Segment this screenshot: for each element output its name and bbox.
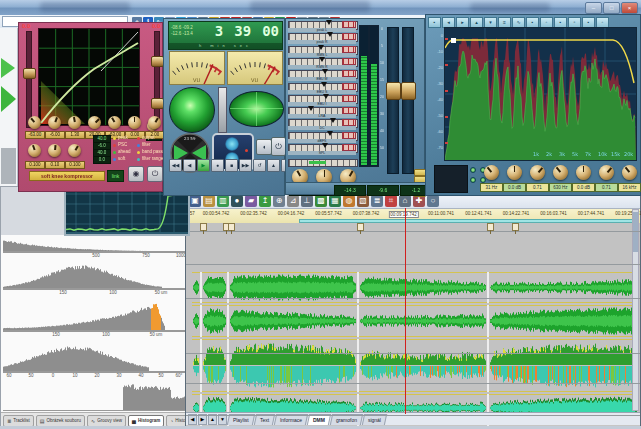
- option-toggle[interactable]: soft: [113, 156, 125, 162]
- fader-right[interactable]: [402, 27, 414, 174]
- fader-left[interactable]: [387, 27, 399, 174]
- eq-knob[interactable]: [576, 165, 591, 180]
- eq-knob[interactable]: [530, 165, 545, 180]
- knob-pointer: [74, 145, 78, 150]
- compressor-knob[interactable]: [108, 116, 121, 129]
- power-button[interactable]: ⏻: [147, 166, 163, 182]
- home-icon[interactable]: ⌂: [399, 195, 411, 207]
- playhead-cursor[interactable]: [405, 208, 406, 414]
- option-led: [137, 137, 140, 140]
- image-icon[interactable]: ▦: [329, 195, 341, 207]
- status-led: [470, 167, 476, 173]
- option-toggle[interactable]: filter: [137, 142, 151, 148]
- transport-button[interactable]: ▶: [197, 159, 210, 172]
- trim-icon[interactable]: ⊥: [301, 195, 313, 207]
- fader-handle[interactable]: [386, 82, 401, 100]
- option-led: [137, 158, 140, 161]
- tab-label: Informace: [280, 415, 302, 425]
- sphere-icon[interactable]: ◍: [343, 195, 355, 207]
- compressor-knob[interactable]: [68, 116, 81, 129]
- power-button[interactable]: ⏻: [271, 137, 286, 156]
- eq-knob[interactable]: [553, 165, 568, 180]
- status-tab-obr-zek-souboru[interactable]: ▤Obrázek souboru: [36, 415, 85, 427]
- status-tab-histogram[interactable]: ▅Histogram: [128, 415, 164, 427]
- option-toggle[interactable]: filter range: [137, 156, 163, 162]
- monitor-icon[interactable]: ▩: [315, 195, 327, 207]
- option-toggle[interactable]: band pass: [137, 149, 163, 155]
- eq-toolbar-button[interactable]: ▪: [428, 17, 441, 28]
- compressor-knob[interactable]: [68, 144, 81, 157]
- compressor-knob[interactable]: [28, 116, 41, 129]
- transport-button[interactable]: ↺: [253, 159, 266, 172]
- eq-knob[interactable]: [484, 165, 499, 180]
- compressor-knob[interactable]: [128, 116, 141, 129]
- lcd-readout: 0.0: [93, 156, 111, 164]
- monitor-button[interactable]: ◖: [256, 139, 272, 155]
- film-icon[interactable]: ▧: [357, 195, 369, 207]
- window-maximize-button[interactable]: □: [603, 2, 620, 14]
- timeline-marker-flag[interactable]: [200, 223, 207, 231]
- status-tab-groovy-view[interactable]: ∿Groovy view: [87, 415, 126, 427]
- node-icon[interactable]: ⊕: [273, 195, 285, 207]
- compressor-knob[interactable]: [28, 144, 41, 157]
- transport-button[interactable]: ▶▶: [239, 159, 252, 172]
- compressor-knob[interactable]: [88, 116, 101, 129]
- compressor-knob[interactable]: [48, 144, 61, 157]
- link-button[interactable]: link: [107, 170, 124, 182]
- eq-knob[interactable]: [599, 165, 614, 180]
- transport-button[interactable]: ◀: [183, 159, 196, 172]
- timeline-marker-flag[interactable]: [512, 223, 519, 231]
- slider-handle[interactable]: [23, 68, 36, 79]
- option-toggle[interactable]: PSC: [113, 142, 127, 148]
- vertical-scrollbar[interactable]: [632, 209, 639, 411]
- gray-panel-fragment: [1, 148, 16, 184]
- option-toggle[interactable]: ahead: [113, 149, 131, 155]
- window-close-button[interactable]: ×: [621, 2, 638, 14]
- window-minimize-button[interactable]: –: [585, 2, 602, 14]
- screen-icon[interactable]: ▥: [217, 195, 229, 207]
- meter-row: RMS R: [288, 58, 356, 69]
- meter-red-zone: [342, 119, 356, 126]
- eq-knob[interactable]: [622, 165, 637, 180]
- transport-button[interactable]: ■: [225, 159, 238, 172]
- track-area[interactable]: [186, 223, 640, 415]
- tab-icon: ▅: [132, 416, 136, 426]
- timeline-marker-flag[interactable]: [357, 223, 364, 231]
- save-icon[interactable]: ▣: [189, 195, 201, 207]
- mixer-icon[interactable]: ⌗: [385, 195, 397, 207]
- transport-button[interactable]: ●: [211, 159, 224, 172]
- snapshot-button[interactable]: ◉: [128, 166, 144, 182]
- timeline-marker-flag[interactable]: [487, 223, 494, 231]
- chart-icon[interactable]: ▰: [245, 195, 257, 207]
- audio-track-waveform-3[interactable]: [192, 339, 638, 392]
- timeline-marker-flag[interactable]: [228, 223, 235, 231]
- axis-line: [3, 372, 189, 373]
- transport-button[interactable]: ▲: [267, 159, 280, 172]
- compressor-knob[interactable]: [148, 116, 161, 129]
- meter-row: EBU I: [288, 95, 356, 106]
- scope-blob: [225, 137, 239, 151]
- option-toggle[interactable]: output: [137, 135, 155, 141]
- folder-icon[interactable]: ▤: [203, 195, 215, 207]
- option-toggle[interactable]: peak: [113, 135, 128, 141]
- audio-track-waveform-2[interactable]: [192, 305, 638, 337]
- circle-icon[interactable]: ○: [427, 195, 439, 207]
- meter-label: LRA: [288, 114, 356, 118]
- compressor-knob[interactable]: [48, 116, 61, 129]
- fader-handle[interactable]: [401, 82, 416, 100]
- transport-button[interactable]: ◀◀: [169, 159, 182, 172]
- meter-row: dBFS: [288, 132, 356, 143]
- output-level-slider[interactable]: [154, 31, 160, 123]
- docs-icon[interactable]: ≣: [371, 195, 383, 207]
- track-separator: [186, 353, 640, 354]
- input-level-slider[interactable]: [26, 31, 32, 128]
- status-tab-tracklist[interactable]: ≣Tracklist: [3, 415, 34, 427]
- rise-icon[interactable]: ↥: [259, 195, 271, 207]
- meter-pointer: [318, 45, 324, 53]
- meter-pointer: [322, 69, 328, 77]
- fade-icon[interactable]: ⊿: [287, 195, 299, 207]
- preset-name-bar[interactable]: soft knee kompressor: [29, 171, 105, 181]
- tab-label: Histogram: [138, 416, 160, 426]
- eq-knob[interactable]: [507, 165, 522, 180]
- globe-icon[interactable]: ●: [231, 195, 243, 207]
